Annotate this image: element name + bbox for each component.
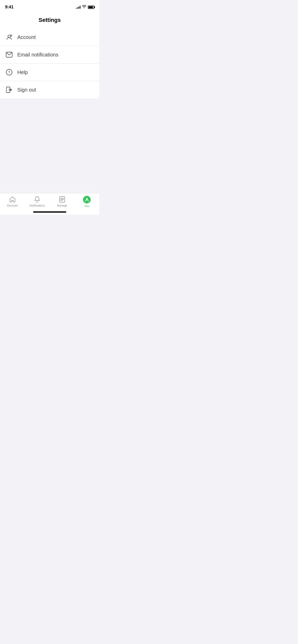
settings-item-help[interactable]: ? Help [0, 64, 99, 81]
email-icon [5, 51, 13, 59]
settings-item-email-notifications[interactable]: Email notifications [0, 46, 99, 64]
settings-item-sign-out[interactable]: Sign out [0, 81, 99, 98]
help-icon: ? [5, 68, 13, 76]
status-bar: 9:41 [0, 0, 99, 13]
notifications-tab-label: Notifications [30, 204, 45, 207]
signal-bars-icon [76, 6, 80, 9]
tab-discover[interactable]: Discover [0, 196, 25, 207]
manage-icon [59, 196, 66, 203]
manage-tab-label: Manage [57, 204, 67, 207]
page-header: Settings [0, 13, 99, 28]
svg-text:?: ? [8, 70, 10, 74]
status-time: 9:41 [5, 5, 13, 10]
settings-list: Account Email notifications ? Help [0, 28, 99, 98]
tab-manage[interactable]: Manage [50, 196, 75, 207]
page-title: Settings [5, 17, 94, 23]
user-icon [83, 196, 91, 203]
you-tab-label: You [85, 204, 89, 208]
help-label: Help [17, 69, 28, 75]
account-settings-icon [5, 33, 13, 41]
svg-point-12 [86, 198, 88, 200]
bell-icon [34, 196, 41, 203]
account-label: Account [17, 34, 36, 40]
tab-notifications[interactable]: Notifications [25, 196, 50, 207]
status-icons [76, 5, 94, 9]
home-indicator [33, 211, 66, 213]
battery-icon [88, 6, 94, 9]
discover-tab-label: Discover [7, 204, 18, 207]
sign-out-icon [5, 86, 13, 94]
home-icon [9, 196, 16, 203]
sign-out-label: Sign out [17, 87, 36, 93]
email-notifications-label: Email notifications [17, 52, 58, 58]
settings-item-account[interactable]: Account [0, 28, 99, 46]
wifi-icon [82, 5, 86, 9]
tab-you[interactable]: You [75, 196, 100, 208]
